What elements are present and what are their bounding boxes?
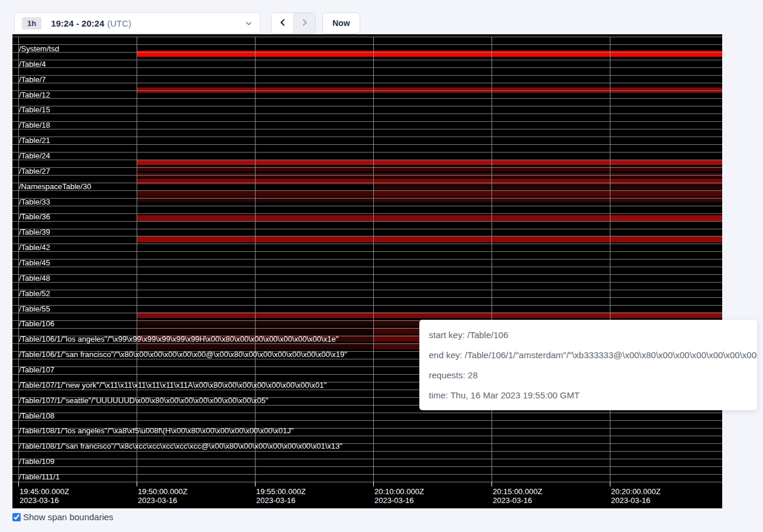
time-range-selector[interactable]: 1h 19:24 - 20:24 (UTC) <box>14 12 260 34</box>
x-axis-label: 19:55:00.000Z2023-03-16 <box>256 487 306 505</box>
row-label: /Table/21 <box>19 136 50 145</box>
span-boundary-line <box>12 98 722 99</box>
axis-tick <box>18 482 19 486</box>
tooltip-time: time: Thu, 16 Mar 2023 19:55:00 GMT <box>419 385 757 405</box>
span-boundary-line <box>12 90 722 91</box>
span-boundary-line <box>12 221 722 222</box>
time-gridline <box>492 37 492 482</box>
heat-band <box>137 160 722 165</box>
axis-tick <box>610 482 610 486</box>
span-boundary-line <box>12 305 722 306</box>
axis-tick <box>373 482 374 486</box>
span-boundary-line <box>12 474 722 475</box>
row-label: /Table/15 <box>19 105 50 114</box>
span-boundary-line <box>12 274 722 275</box>
row-label: /Table/48 <box>19 274 50 283</box>
span-boundary-line <box>12 160 722 160</box>
span-boundary-line <box>12 60 722 60</box>
row-label: /Table/107/1/"seattle"/"UUUUUUD\x00\x80\… <box>19 396 269 405</box>
span-boundary-line <box>12 251 722 252</box>
span-boundary-line <box>12 75 722 76</box>
row-label: /Table/52 <box>19 289 50 298</box>
span-boundary-line <box>12 297 722 298</box>
span-boundary-line <box>12 267 722 267</box>
tooltip: start key: /Table/106 end key: /Table/10… <box>419 320 757 410</box>
span-boundary-line <box>12 183 722 183</box>
span-boundary-line <box>12 451 722 452</box>
row-label: /System/tsd <box>19 44 59 53</box>
tooltip-end-key: end key: /Table/106/1/"amsterdam"/"\xb33… <box>419 345 757 365</box>
time-gridline <box>137 37 137 482</box>
span-boundary-line <box>12 313 722 313</box>
span-boundary-line <box>12 121 722 122</box>
chevron-down-icon <box>245 20 253 27</box>
row-label: /NamespaceTable/30 <box>19 182 91 191</box>
row-label: /Table/42 <box>19 243 50 252</box>
span-boundary-line <box>12 144 722 145</box>
span-boundary-line <box>12 106 722 106</box>
span-boundary-line <box>12 152 722 153</box>
row-label: /Table/108 <box>19 411 54 420</box>
row-label: /Table/111/1 <box>19 472 60 481</box>
row-label: /Table/4 <box>19 60 46 69</box>
span-boundary-line <box>12 244 722 244</box>
prev-time-button[interactable] <box>271 13 293 33</box>
key-visualizer-canvas[interactable]: /System/tsd/Table/4/Table/7/Table/12/Tab… <box>12 34 722 508</box>
x-axis-label: 19:50:00.000Z2023-03-16 <box>138 487 187 505</box>
row-label: /Table/45 <box>19 258 50 267</box>
row-label: /Table/106/1/"los angeles"/"\x99\x99\x99… <box>19 335 338 343</box>
heat-band <box>137 236 722 242</box>
duration-badge: 1h <box>22 17 41 30</box>
span-boundary-line <box>12 67 722 68</box>
span-boundary-line <box>12 44 722 45</box>
x-axis-label: 20:10:00.000Z2023-03-16 <box>374 487 424 505</box>
span-boundary-line <box>12 259 722 259</box>
row-label: /Table/107 <box>19 365 54 374</box>
row-label: /Table/106/1/"san francisco"/"\x80\x00\x… <box>19 350 347 359</box>
span-boundary-line <box>12 290 722 290</box>
heat-band <box>610 215 722 221</box>
heat-band <box>137 179 722 184</box>
tooltip-requests: requests: 28 <box>419 365 757 385</box>
row-label: /Table/106 <box>19 319 54 328</box>
row-label: /Table/39 <box>19 228 50 236</box>
row-label: /Table/109 <box>19 457 54 466</box>
span-boundary-line <box>12 459 722 459</box>
span-boundary-line <box>12 113 722 114</box>
span-boundary-line <box>12 137 722 137</box>
span-boundary-line <box>12 413 722 413</box>
row-label: /Table/7 <box>19 75 46 84</box>
row-label: /Table/107/1/"new york"/"\x11\x11\x11\x1… <box>19 381 326 390</box>
now-button[interactable]: Now <box>322 12 360 34</box>
span-boundary-line <box>12 198 722 199</box>
row-label: /Table/108/1/"los angeles"/"\xa8\xf5\u00… <box>19 426 293 435</box>
x-axis-label: 19:45:00.000Z2023-03-16 <box>20 487 69 505</box>
next-time-button[interactable] <box>293 13 315 33</box>
time-gridline <box>610 37 610 482</box>
span-boundary-line <box>12 206 722 206</box>
row-label: /Table/12 <box>19 90 50 99</box>
span-boundary-line <box>12 420 722 421</box>
axis-tick <box>492 482 492 486</box>
span-boundary-line <box>12 236 722 236</box>
span-boundary-line <box>12 436 722 436</box>
time-gridline <box>373 37 374 482</box>
heat-band <box>373 191 722 196</box>
span-boundary-line <box>12 175 722 176</box>
axis-tick <box>137 482 137 486</box>
span-boundary-line <box>12 37 722 37</box>
span-boundary-line <box>12 482 722 482</box>
timezone-text: (UTC) <box>107 18 131 28</box>
row-label: /Table/55 <box>19 304 50 313</box>
row-label: /Table/33 <box>19 197 50 206</box>
chevron-left-icon <box>278 18 287 29</box>
row-label: /Table/27 <box>19 167 50 176</box>
show-span-boundaries-checkbox[interactable] <box>12 513 21 521</box>
row-label: /Table/24 <box>19 151 50 160</box>
span-boundary-line <box>12 213 722 214</box>
span-boundary-line <box>12 190 722 191</box>
span-boundary-line <box>12 129 722 129</box>
time-gridline <box>255 37 256 482</box>
span-boundary-line <box>12 52 722 53</box>
span-boundary-line <box>12 466 722 467</box>
